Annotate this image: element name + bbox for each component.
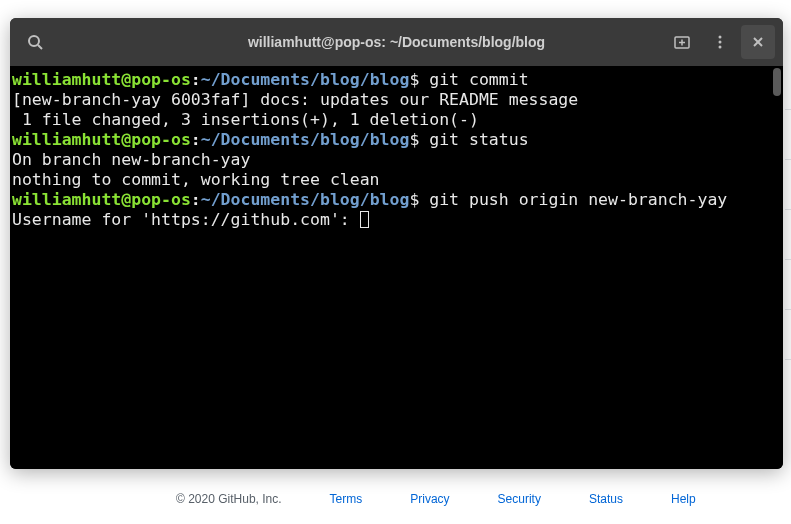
output-line: nothing to commit, working tree clean	[12, 170, 380, 189]
terminal-window: williamhutt@pop-os: ~/Documents/blog/blo…	[10, 18, 783, 469]
prompt-sep: :	[191, 130, 201, 149]
prompt-sep: :	[191, 70, 201, 89]
prompt-user: williamhutt@pop-os	[12, 190, 191, 209]
output-line: 1 file changed, 3 insertions(+), 1 delet…	[12, 110, 479, 129]
new-tab-icon	[673, 33, 691, 51]
cmd-line: git push origin new-branch-yay	[419, 190, 727, 209]
svg-line-1	[38, 45, 42, 49]
output-line: [new-branch-yay 6003faf] docs: updates o…	[12, 90, 578, 109]
search-icon	[27, 34, 43, 50]
prompt-sep: :	[191, 190, 201, 209]
prompt-symbol: $	[409, 190, 419, 209]
footer-link-help[interactable]: Help	[671, 492, 696, 506]
prompt-symbol: $	[409, 70, 419, 89]
cmd-line: git status	[419, 130, 528, 149]
new-tab-button[interactable]	[665, 25, 699, 59]
cmd-line: git commit	[419, 70, 528, 89]
footer-link-status[interactable]: Status	[589, 492, 623, 506]
output-line: On branch new-branch-yay	[12, 150, 250, 169]
prompt-path: ~/Documents/blog/blog	[201, 70, 410, 89]
footer-link-security[interactable]: Security	[498, 492, 541, 506]
prompt-symbol: $	[409, 130, 419, 149]
output-line: Username for 'https://github.com':	[12, 210, 360, 229]
terminal-cursor	[360, 211, 369, 228]
terminal-content[interactable]: williamhutt@pop-os:~/Documents/blog/blog…	[10, 66, 783, 469]
close-button[interactable]	[741, 25, 775, 59]
svg-point-5	[719, 36, 722, 39]
background-table-edge	[785, 60, 791, 360]
search-button[interactable]	[18, 25, 52, 59]
footer-link-privacy[interactable]: Privacy	[410, 492, 449, 506]
close-icon	[751, 35, 765, 49]
prompt-user: williamhutt@pop-os	[12, 130, 191, 149]
svg-point-7	[719, 46, 722, 49]
menu-button[interactable]	[703, 25, 737, 59]
copyright-text: © 2020 GitHub, Inc.	[176, 492, 282, 506]
scrollbar-thumb[interactable]	[773, 68, 781, 96]
kebab-menu-icon	[712, 34, 728, 50]
prompt-user: williamhutt@pop-os	[12, 70, 191, 89]
prompt-path: ~/Documents/blog/blog	[201, 130, 410, 149]
page-footer: © 2020 GitHub, Inc. Terms Privacy Securi…	[0, 492, 791, 506]
svg-point-0	[29, 36, 39, 46]
footer-link-terms[interactable]: Terms	[330, 492, 363, 506]
svg-point-6	[719, 41, 722, 44]
titlebar: williamhutt@pop-os: ~/Documents/blog/blo…	[10, 18, 783, 66]
prompt-path: ~/Documents/blog/blog	[201, 190, 410, 209]
